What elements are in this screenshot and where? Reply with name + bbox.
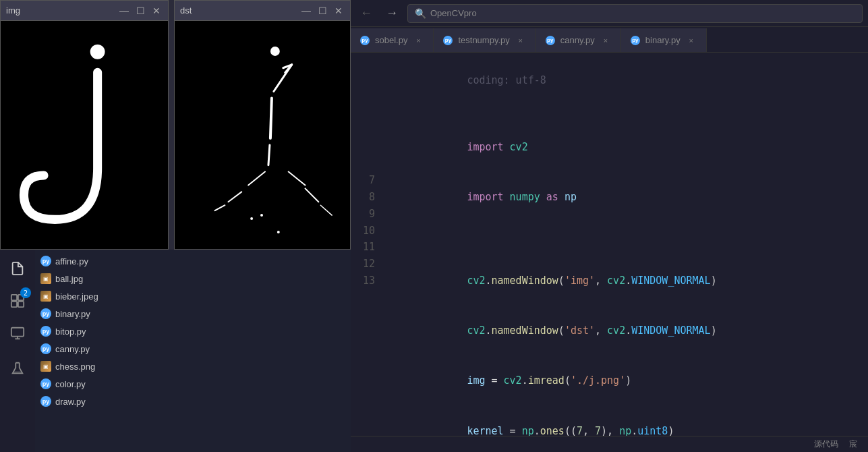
img-svg [1,21,168,249]
code-line-faded: coding: utf-8 [394,55,868,105]
sidebar-item-bitop[interactable]: py bitop.py [35,322,351,340]
dst-minimize-btn[interactable]: — [300,5,312,17]
svg-point-1 [90,45,105,59]
sidebar-item-binary[interactable]: py binary.py [35,305,351,322]
code-line-import-numpy: import numpy as np [394,172,868,222]
status-text: 源代码 宸 [814,439,857,450]
code-line-namedwindow-dst: cv2.namedWindow('dst', cv2.WINDOW_NORMAL… [394,306,868,356]
svg-rect-22 [11,328,24,337]
code-line-import-cv2: import cv2 [394,122,868,172]
img-title: img [6,5,20,16]
bitop-label: bitop.py [55,327,86,337]
img-maximize-btn[interactable]: ☐ [134,5,146,17]
canny-close-icon[interactable]: × [600,35,611,46]
tab-binary[interactable]: py binary.py × [621,28,707,52]
dst-title: dst [180,5,192,16]
canny-tab-py-icon: py [546,36,555,45]
color-label: color.py [55,379,86,389]
dst-canvas-area [175,21,350,249]
sidebar-item-affine[interactable]: py affine.py [35,252,351,270]
file-list: py affine.py ▣ ball.jpg ▣ bieber.jpeg py… [35,250,351,452]
testnumpy-close-icon[interactable]: × [515,35,526,46]
tab-testnumpy-label: testnumpy.py [458,35,509,45]
dst-close-btn[interactable]: ✕ [332,5,345,17]
dst-controls: — ☐ ✕ [300,5,345,17]
monitor-icon[interactable] [5,321,30,345]
file-explorer: 2 [0,250,351,452]
affine-py-icon: py [40,256,51,266]
img-titlebar: img — ☐ ✕ [1,1,168,21]
img-controls: — ☐ ✕ [118,5,163,17]
bieber-img-icon: ▣ [40,291,51,302]
binary-close-icon[interactable]: × [686,35,697,46]
svg-rect-18 [11,295,17,300]
status-bar: 源代码 宸 [351,436,868,452]
flask-icon[interactable] [5,356,30,380]
sidebar-item-ball[interactable]: ▣ ball.jpg [35,270,351,287]
canny-label: canny.py [55,344,90,354]
sidebar-item-bieber[interactable]: ▣ bieber.jpeg [35,287,351,305]
ball-img-icon: ▣ [40,273,51,284]
source-code-label: 源代码 [814,439,838,450]
svg-point-14 [277,231,280,233]
img-window: img — ☐ ✕ [0,0,169,250]
binary-label: binary.py [55,309,90,319]
canny-py-icon: py [40,343,51,354]
color-py-icon: py [40,378,51,389]
draw-py-icon: py [40,396,51,407]
night-label: 宸 [849,439,857,450]
editor-panel: ← → 🔍 OpenCVpro py sobel.py × py testnum… [351,0,868,452]
chess-img-icon: ▣ [40,361,51,372]
line-numbers: 7 8 9 10 11 12 13 [351,53,383,436]
img-canvas-area [1,21,168,249]
svg-line-7 [270,98,272,138]
binary-tab-py-icon: py [631,36,640,45]
app-window: img — ☐ ✕ [0,0,868,452]
svg-point-13 [250,217,253,220]
svg-rect-21 [18,302,24,307]
svg-line-8 [268,145,270,165]
tab-sobel[interactable]: py sobel.py × [351,28,434,52]
svg-point-12 [260,214,263,217]
code-content: coding: utf-8 import cv2 import numpy as… [383,53,868,436]
left-panel: img — ☐ ✕ [0,0,351,452]
draw-label: draw.py [55,397,86,407]
ln-faded [351,55,375,72]
tab-testnumpy[interactable]: py testnumpy.py × [434,28,536,52]
sidebar-item-draw[interactable]: py draw.py [35,393,351,410]
search-text: OpenCVpro [430,8,477,18]
binary-py-icon: py [40,308,51,319]
svg-rect-20 [11,302,17,307]
forward-button[interactable]: → [382,5,402,22]
search-icon: 🔍 [415,8,426,19]
extensions-badge: 2 [20,287,31,298]
svg-point-3 [270,47,280,56]
chess-label: chess.png [55,362,95,372]
address-bar[interactable]: 🔍 OpenCVpro [407,4,863,23]
tab-canny[interactable]: py canny.py × [536,28,621,52]
img-close-btn[interactable]: ✕ [150,5,163,17]
code-line-kernel: kernel = np.ones((7, 7), np.uint8) [394,406,868,436]
extensions-icon[interactable]: 2 [5,289,30,313]
dst-titlebar: dst — ☐ ✕ [175,1,350,21]
sobel-close-icon[interactable]: × [413,35,424,46]
code-editor[interactable]: 7 8 9 10 11 12 13 coding: utf-8 [351,53,868,436]
sidebar-item-chess[interactable]: ▣ chess.png [35,358,351,375]
sidebar-item-canny[interactable]: py canny.py [35,340,351,358]
dst-svg [175,21,350,249]
tab-canny-label: canny.py [560,35,595,45]
code-line-namedwindow-img: cv2.namedWindow('img', cv2.WINDOW_NORMAL… [394,256,868,306]
tab-binary-label: binary.py [645,35,681,45]
sidebar-item-color[interactable]: py color.py [35,375,351,393]
dst-window: dst — ☐ ✕ [174,0,351,250]
dst-maximize-btn[interactable]: ☐ [316,5,328,17]
ball-label: ball.jpg [55,274,83,284]
files-icon[interactable] [5,256,30,281]
img-minimize-btn[interactable]: — [118,5,130,17]
activity-bar: 2 [0,250,35,452]
affine-label: affine.py [55,256,88,266]
back-button[interactable]: ← [356,5,376,22]
testnumpy-py-icon: py [443,36,453,45]
tabs-bar: py sobel.py × py testnumpy.py × py canny… [351,27,868,53]
code-line-imread: img = cv2.imread('./j.png') [394,356,868,406]
